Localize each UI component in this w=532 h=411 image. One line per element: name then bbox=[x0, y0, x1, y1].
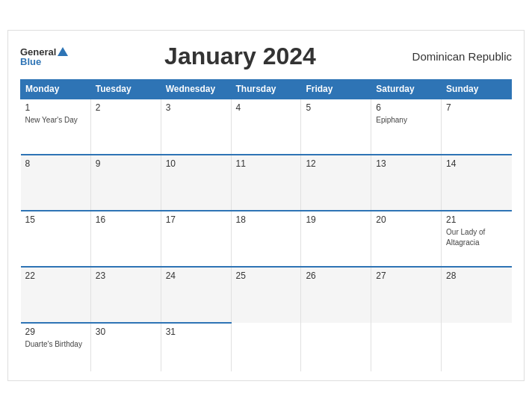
day-number: 24 bbox=[166, 271, 226, 281]
header-tuesday: Tuesday bbox=[90, 80, 161, 99]
day-number: 28 bbox=[446, 271, 507, 281]
calendar-day-cell: 19 bbox=[301, 211, 371, 267]
day-number: 9 bbox=[96, 158, 156, 169]
calendar-day-cell: 16 bbox=[90, 211, 161, 267]
header-monday: Monday bbox=[21, 80, 91, 99]
header-thursday: Thursday bbox=[231, 80, 301, 99]
calendar-week-row: 29Duarte's Birthday3031 bbox=[21, 323, 512, 371]
day-number: 14 bbox=[446, 158, 507, 169]
calendar-day-cell: 13 bbox=[371, 155, 442, 211]
calendar-day-cell: 28 bbox=[442, 267, 512, 323]
logo-general-text: General bbox=[20, 47, 56, 57]
calendar-day-cell: 11 bbox=[231, 155, 301, 211]
day-number: 10 bbox=[166, 158, 226, 169]
calendar-day-cell: 5 bbox=[301, 99, 371, 155]
day-number: 29 bbox=[25, 327, 86, 337]
calendar-day-cell: 31 bbox=[161, 323, 231, 371]
day-number: 3 bbox=[166, 102, 226, 113]
calendar-day-cell: 15 bbox=[21, 211, 91, 267]
day-number: 22 bbox=[25, 271, 86, 281]
calendar-day-cell bbox=[371, 323, 442, 371]
day-number: 27 bbox=[376, 271, 436, 281]
day-number: 23 bbox=[96, 271, 156, 281]
day-number: 21 bbox=[446, 214, 507, 225]
day-number: 18 bbox=[236, 214, 297, 225]
day-number: 5 bbox=[306, 102, 366, 113]
day-event: New Year's Day bbox=[25, 116, 78, 124]
day-event: Epiphany bbox=[376, 116, 407, 124]
calendar-country: Dominican Republic bbox=[412, 50, 512, 63]
calendar-day-cell: 2 bbox=[90, 99, 161, 155]
calendar-day-cell: 12 bbox=[301, 155, 371, 211]
day-number: 16 bbox=[96, 214, 156, 225]
day-number: 26 bbox=[306, 271, 366, 281]
day-number: 19 bbox=[306, 214, 366, 225]
calendar-day-cell bbox=[442, 323, 512, 371]
logo-triangle-icon bbox=[58, 47, 68, 56]
calendar-day-cell bbox=[301, 323, 371, 371]
day-number: 11 bbox=[236, 158, 297, 169]
day-number: 17 bbox=[166, 214, 226, 225]
calendar-day-cell: 18 bbox=[231, 211, 301, 267]
day-number: 7 bbox=[446, 102, 507, 113]
calendar-day-cell: 9 bbox=[90, 155, 161, 211]
day-number: 25 bbox=[236, 271, 297, 281]
calendar-grid: Monday Tuesday Wednesday Thursday Friday… bbox=[20, 79, 512, 371]
day-number: 8 bbox=[25, 158, 86, 169]
calendar-day-cell: 3 bbox=[161, 99, 231, 155]
calendar-day-cell: 10 bbox=[161, 155, 231, 211]
calendar-header: General Blue January 2024 Dominican Repu… bbox=[20, 43, 512, 70]
calendar-day-cell: 21Our Lady of Altagracia bbox=[442, 211, 512, 267]
header-saturday: Saturday bbox=[371, 80, 442, 99]
calendar-container: General Blue January 2024 Dominican Repu… bbox=[7, 30, 525, 381]
day-number: 12 bbox=[306, 158, 366, 169]
logo-blue-text: Blue bbox=[20, 57, 41, 67]
day-number: 20 bbox=[376, 214, 436, 225]
calendar-day-cell: 1New Year's Day bbox=[21, 99, 91, 155]
header-friday: Friday bbox=[301, 80, 371, 99]
day-number: 2 bbox=[96, 102, 156, 113]
calendar-day-cell: 26 bbox=[301, 267, 371, 323]
day-number: 6 bbox=[376, 102, 436, 113]
day-number: 31 bbox=[166, 327, 226, 337]
calendar-day-cell: 27 bbox=[371, 267, 442, 323]
day-number: 13 bbox=[376, 158, 436, 169]
calendar-day-cell: 4 bbox=[231, 99, 301, 155]
calendar-day-cell: 17 bbox=[161, 211, 231, 267]
calendar-day-cell: 14 bbox=[442, 155, 512, 211]
calendar-week-row: 891011121314 bbox=[21, 155, 512, 211]
calendar-day-cell: 29Duarte's Birthday bbox=[21, 323, 91, 371]
calendar-title: January 2024 bbox=[164, 43, 316, 70]
calendar-week-row: 1New Year's Day23456Epiphany7 bbox=[21, 99, 512, 155]
calendar-day-cell: 6Epiphany bbox=[371, 99, 442, 155]
calendar-day-cell: 8 bbox=[21, 155, 91, 211]
calendar-day-cell: 30 bbox=[90, 323, 161, 371]
header-wednesday: Wednesday bbox=[161, 80, 231, 99]
header-sunday: Sunday bbox=[442, 80, 512, 99]
calendar-week-row: 15161718192021Our Lady of Altagracia bbox=[21, 211, 512, 267]
calendar-day-cell: 23 bbox=[90, 267, 161, 323]
day-number: 15 bbox=[25, 214, 86, 225]
calendar-day-cell: 24 bbox=[161, 267, 231, 323]
calendar-day-cell: 25 bbox=[231, 267, 301, 323]
day-number: 4 bbox=[236, 102, 297, 113]
day-event: Duarte's Birthday bbox=[25, 340, 82, 348]
logo: General Blue bbox=[20, 47, 68, 67]
weekday-header-row: Monday Tuesday Wednesday Thursday Friday… bbox=[21, 80, 512, 99]
day-number: 30 bbox=[96, 327, 156, 337]
calendar-day-cell bbox=[231, 323, 301, 371]
calendar-day-cell: 20 bbox=[371, 211, 442, 267]
day-number: 1 bbox=[25, 102, 86, 113]
calendar-day-cell: 7 bbox=[442, 99, 512, 155]
day-event: Our Lady of Altagracia bbox=[446, 228, 485, 247]
calendar-week-row: 22232425262728 bbox=[21, 267, 512, 323]
calendar-day-cell: 22 bbox=[21, 267, 91, 323]
